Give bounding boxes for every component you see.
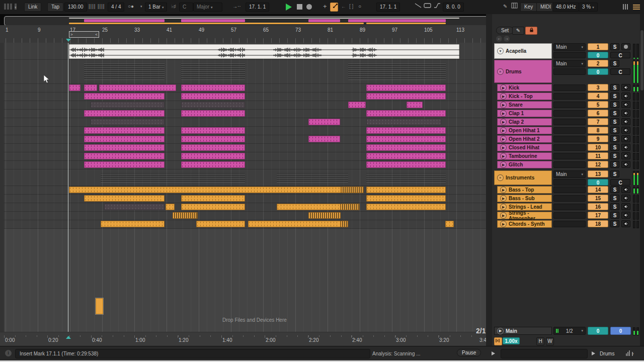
scale-icon[interactable]: ♭♯ (171, 3, 176, 11)
track-blank-field[interactable] (553, 179, 586, 186)
preview-speaker-button[interactable] (621, 127, 630, 134)
track-play-icon[interactable]: ▶ (500, 195, 507, 202)
clip[interactable] (84, 136, 165, 142)
clip[interactable] (366, 84, 446, 91)
track-number-badge[interactable]: 3 (588, 84, 608, 91)
track-header-snare[interactable]: ▶Snare5S (492, 101, 640, 109)
send-badge[interactable]: 0 (588, 179, 608, 186)
preview-speaker-button[interactable] (621, 152, 630, 159)
clip[interactable] (181, 204, 245, 210)
lock-envelopes-button[interactable] (525, 27, 537, 35)
floating-clip[interactable] (96, 298, 103, 314)
track-play-icon[interactable]: ▶ (500, 102, 507, 108)
selection-brackets-icon[interactable]: [ ] (349, 3, 353, 11)
follow-button[interactable]: →·· (232, 3, 241, 11)
track-play-icon[interactable]: ▶ (500, 212, 507, 219)
track-number-badge[interactable]: 1 (588, 43, 608, 50)
track-route-menu[interactable]: Main▾ (553, 43, 586, 51)
clip[interactable] (181, 127, 245, 134)
clip[interactable] (181, 161, 245, 168)
main-pan-knob[interactable]: 0 (588, 327, 608, 335)
nudge-up-icon[interactable]: |||| (98, 3, 105, 11)
clip[interactable] (277, 204, 341, 210)
track-lane[interactable] (4, 212, 486, 220)
preview-speaker-button[interactable] (621, 84, 630, 91)
fold-keyboard-icon[interactable] (511, 3, 518, 11)
clip[interactable] (181, 110, 245, 117)
warp-button[interactable] (494, 337, 502, 345)
metronome-icon[interactable]: ○● (128, 3, 134, 11)
clip[interactable] (84, 153, 165, 159)
preview-speaker-button[interactable] (621, 186, 630, 193)
solo-button[interactable]: S (610, 110, 619, 117)
track-header-tambourine[interactable]: ▶Tambourine11S (492, 152, 640, 160)
solo-button[interactable]: S (610, 118, 619, 125)
preview-speaker-button[interactable] (621, 93, 630, 100)
clip[interactable] (366, 187, 446, 193)
unfold-group-icon[interactable]: ≡ (497, 174, 504, 181)
clip[interactable] (407, 102, 423, 108)
reenable-automation-icon[interactable]: ← (341, 3, 346, 11)
track-header-glitch[interactable]: ▶Glitch12S (492, 161, 640, 169)
track-header-closed-hihat[interactable]: ▶Closed Hihat10S (492, 144, 640, 152)
clip[interactable] (84, 127, 165, 134)
track-name-cell[interactable]: ▶Glitch (497, 161, 552, 168)
add-track-button[interactable]: + (323, 3, 327, 11)
stop-button[interactable] (297, 4, 302, 10)
solo-button[interactable]: S (610, 84, 619, 91)
solo-button[interactable]: S (610, 43, 619, 50)
clip[interactable] (101, 221, 165, 227)
quantize-menu[interactable]: 1 Bar▾ (145, 3, 167, 12)
main-track-header[interactable]: ▶ Main 1/2▾ 0 0 (492, 327, 640, 335)
scale-name-menu[interactable]: Major▾ (193, 3, 222, 12)
preview-speaker-button[interactable] (621, 212, 630, 219)
track-play-icon[interactable]: ▶ (500, 93, 507, 100)
solo-button[interactable]: S (610, 60, 619, 67)
prev-marker-button[interactable]: ← (496, 36, 502, 42)
track-blank-field[interactable] (553, 52, 586, 58)
track-blank-field[interactable] (553, 119, 586, 125)
arrangement-position-field[interactable]: 17. 1. 1 (246, 3, 269, 12)
clip[interactable] (341, 221, 348, 227)
clip[interactable] (366, 119, 441, 125)
draw-slope-icon[interactable] (415, 3, 422, 11)
draw-mode-icon[interactable]: ✎ (503, 3, 507, 11)
left-scroll-strip[interactable] (0, 43, 4, 332)
clip[interactable] (248, 221, 341, 227)
track-number-badge[interactable]: 9 (588, 135, 608, 142)
clip[interactable] (445, 221, 454, 227)
track-name-cell[interactable]: ▶Bass - Top (497, 186, 552, 194)
track-header-clap-2[interactable]: ▶Clap 27S (492, 118, 640, 126)
solo-button[interactable]: S (610, 135, 619, 142)
arm-record-button[interactable] (621, 43, 630, 50)
clip[interactable] (181, 153, 245, 159)
track-blank-field[interactable] (553, 187, 586, 193)
clip[interactable] (366, 161, 446, 168)
track-number-badge[interactable]: 2 (588, 60, 608, 67)
height-toggle-button[interactable]: H (536, 337, 544, 345)
track-blank-field[interactable] (553, 102, 586, 108)
track-blank-field[interactable] (553, 212, 586, 219)
main-track-name[interactable]: ▶ Main (494, 327, 552, 335)
send-badge[interactable]: 0 (588, 68, 608, 75)
track-number-badge[interactable]: 7 (588, 118, 608, 125)
time-ruler[interactable]: 0:000:200:401:001:201:402:002:202:403:00… (0, 332, 486, 346)
punch-icon[interactable] (434, 3, 441, 11)
loop-start-field[interactable]: 17. 1. 1 (376, 3, 400, 12)
loop-switch-icon[interactable] (424, 3, 432, 11)
track-name-cell[interactable]: ≡Drums (494, 60, 552, 83)
clip[interactable] (366, 93, 446, 100)
clip[interactable] (341, 204, 360, 210)
solo-button[interactable]: S (610, 161, 619, 168)
app-grip-icon[interactable]: ▾ (4, 3, 18, 11)
solo-button[interactable]: S (610, 152, 619, 159)
main-monitor-menu[interactable]: 1/2▾ (553, 327, 586, 335)
link-button[interactable]: Link (24, 3, 41, 12)
track-name-cell[interactable]: ▶Strings - Atmospher (497, 212, 552, 219)
clip[interactable] (84, 93, 165, 100)
track-name-cell[interactable]: ▼Acapella (494, 43, 552, 59)
time-signature-field[interactable]: 4 / 4 (108, 3, 124, 12)
clip[interactable] (366, 127, 446, 134)
solo-button[interactable]: S (610, 144, 619, 151)
track-play-icon[interactable]: ▶ (500, 153, 507, 159)
